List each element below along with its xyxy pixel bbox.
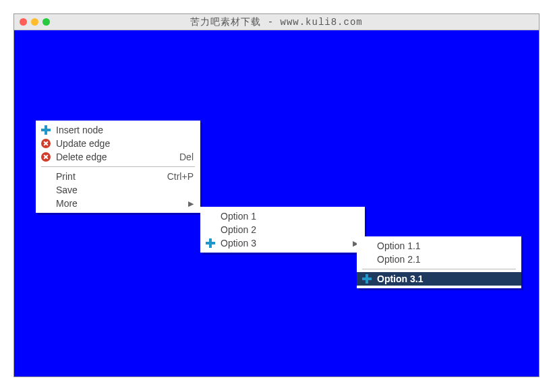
submenu-arrow-icon: ▶ [169, 199, 194, 208]
menu-item-option-3[interactable]: Option 3 ▶ [200, 236, 365, 250]
menu-item-label: Update edge [52, 138, 194, 149]
blank-icon [204, 210, 216, 222]
window-title: 苦力吧素材下载 - www.kuli8.com [14, 16, 539, 28]
menu-item-label: More [52, 198, 169, 209]
menu-item-label: Option 1.1 [373, 240, 515, 251]
menu-item-label: Option 3 [216, 238, 334, 249]
traffic-lights [20, 18, 50, 26]
menu-item-more[interactable]: More ▶ [36, 197, 200, 210]
context-submenu: Option 1 Option 2 Option 3 ▶ [200, 207, 365, 253]
context-menu: Insert node Update edge Delete edge Del … [36, 121, 200, 213]
menu-item-update-edge[interactable]: Update edge [36, 137, 200, 150]
app-window: 苦力吧素材下载 - www.kuli8.com Insert node Upda… [13, 13, 540, 377]
zoom-icon[interactable] [42, 18, 50, 26]
minimize-icon[interactable] [31, 18, 38, 26]
menu-item-insert-node[interactable]: Insert node [36, 123, 200, 137]
plus-icon [361, 273, 373, 285]
menu-item-option-2[interactable]: Option 2 [200, 223, 365, 236]
menu-item-shortcut: Ctrl+P [148, 171, 194, 182]
blank-icon [361, 253, 373, 265]
cancel-icon [40, 137, 52, 150]
menu-item-label: Insert node [52, 125, 194, 135]
menu-item-save[interactable]: Save [36, 183, 200, 197]
menu-item-label: Option 2.1 [373, 254, 515, 265]
close-icon[interactable] [20, 18, 27, 26]
menu-item-option-1-1[interactable]: Option 1.1 [357, 239, 521, 253]
plus-icon [40, 124, 52, 136]
menu-item-label: Delete edge [52, 152, 161, 162]
plus-icon [204, 237, 216, 249]
blank-icon [361, 240, 373, 252]
submenu-arrow-icon: ▶ [334, 239, 358, 248]
titlebar: 苦力吧素材下载 - www.kuli8.com [14, 14, 539, 30]
menu-separator [41, 166, 195, 167]
blank-icon [204, 224, 216, 236]
menu-item-label: Option 1 [216, 211, 358, 222]
menu-item-label: Option 2 [216, 224, 358, 235]
menu-item-label: Option 3.1 [373, 273, 515, 284]
menu-item-option-1[interactable]: Option 1 [200, 209, 365, 223]
blank-icon [40, 170, 52, 183]
menu-separator [362, 269, 516, 269]
cancel-icon [40, 151, 52, 163]
blank-icon [40, 197, 52, 209]
blank-icon [40, 184, 52, 196]
menu-item-label: Save [52, 185, 194, 195]
menu-item-delete-edge[interactable]: Delete edge Del [36, 150, 200, 164]
menu-item-label: Print [52, 171, 148, 182]
menu-item-print[interactable]: Print Ctrl+P [36, 170, 200, 183]
menu-item-shortcut: Del [161, 152, 194, 162]
menu-item-option-3-1[interactable]: Option 3.1 [357, 272, 521, 286]
menu-item-option-2-1[interactable]: Option 2.1 [357, 253, 521, 266]
context-submenu-level-3: Option 1.1 Option 2.1 Option 3.1 [357, 236, 521, 288]
